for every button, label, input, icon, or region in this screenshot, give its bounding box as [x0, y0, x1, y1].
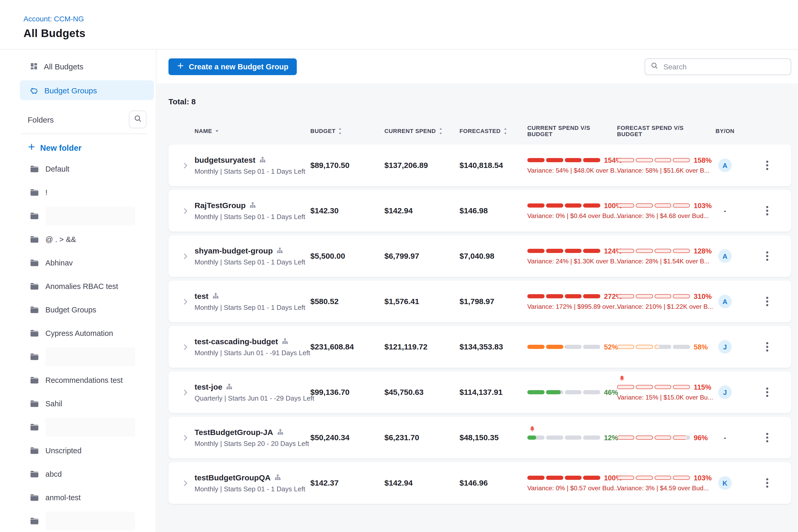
row-expander-chevron[interactable] — [176, 298, 194, 305]
folder-item-sahil[interactable]: Sahil — [0, 392, 156, 415]
variance-text: Variance: 0% | $0.57 over Bud... — [527, 484, 617, 492]
row-kebab-menu-icon[interactable] — [763, 203, 772, 218]
folder-item-budget-groups[interactable]: Budget Groups — [0, 298, 156, 321]
row-expander-chevron[interactable] — [176, 434, 194, 441]
folder-item-redacted[interactable] — [0, 345, 156, 368]
column-header-forecasted[interactable]: FORECASTED — [459, 127, 527, 135]
folder-item-unscripted[interactable]: Unscripted — [0, 439, 156, 462]
budget-period: Monthly | Starts Sep 01 - 1 Days Left — [194, 485, 310, 493]
bar-fill-inner — [527, 249, 600, 253]
bar-segment — [546, 436, 563, 440]
row-expander-chevron[interactable] — [176, 162, 194, 169]
row-kebab-menu-icon[interactable] — [763, 430, 772, 445]
row-kebab-menu-icon[interactable] — [763, 157, 772, 173]
folder-item-abcd[interactable]: abcd — [0, 462, 156, 486]
forecast-spend-percent: 103% — [694, 474, 712, 482]
current-spend-progress-bar — [527, 390, 600, 394]
current-vs-budget-cell: 272%Variance: 172% | $995.89 over... — [527, 292, 617, 310]
current-vs-budget-cell: 124%Variance: 24% | $1.30K over B... — [527, 247, 617, 265]
bar-fill-segment — [527, 249, 545, 253]
row-kebab-menu-icon[interactable] — [763, 248, 772, 264]
folder-item--[interactable]: ! — [0, 180, 156, 204]
sidebar-item-all-budgets[interactable]: All Budgets — [20, 56, 154, 76]
column-header-label: BY/ON — [716, 128, 735, 134]
budget-group-row-budgetsuryatest[interactable]: budgetsuryatestMonthly | Starts Sep 01 -… — [169, 145, 791, 186]
folder-item-anmol-test[interactable]: anmol-test — [0, 486, 156, 509]
bar-fill-segment — [565, 249, 582, 253]
variance-text: Variance: 54% | $48.0K over B... — [527, 167, 617, 174]
account-link[interactable]: Account: CCM-NG — [23, 15, 84, 23]
folder-item-redacted[interactable] — [0, 204, 156, 227]
name-cell: shyam-budget-groupMonthly | Starts Sep 0… — [194, 246, 310, 266]
bar-fill — [527, 345, 565, 349]
budget-group-row-shyam-budget-group[interactable]: shyam-budget-groupMonthly | Starts Sep 0… — [169, 235, 791, 277]
row-expander-chevron[interactable] — [176, 343, 194, 351]
row-expander-chevron[interactable] — [176, 207, 194, 215]
bar-fill-segment — [617, 345, 634, 349]
sidebar-item-label: Budget Groups — [44, 86, 97, 95]
search-icon — [650, 61, 658, 72]
folder-label: abcd — [45, 470, 62, 478]
bar-fill-inner — [527, 158, 600, 162]
create-budget-group-button[interactable]: Create a new Budget Group — [169, 58, 297, 75]
bar-fill-inner — [617, 249, 690, 253]
folder-item-recommendations-test[interactable]: Recommendations test — [0, 368, 156, 392]
hierarchy-icon — [277, 429, 283, 436]
column-header-budget[interactable]: BUDGET — [310, 127, 384, 135]
table-header-row: NAMEBUDGETCURRENT SPENDFORECASTEDCURRENT… — [169, 125, 791, 137]
folder-item-default[interactable]: Default — [0, 157, 156, 180]
forecast-spend-percent: 128% — [694, 247, 712, 255]
name-cell: test-cascading-budgetMonthly | Starts Ju… — [194, 337, 310, 357]
budget-group-row-rajtestgroup[interactable]: RajTestGroupMonthly | Starts Sep 01 - 1 … — [169, 190, 791, 232]
bar-segment — [565, 390, 582, 394]
forecast-spend-progress-bar — [617, 204, 690, 208]
folder-icon — [29, 328, 40, 338]
row-expander-chevron[interactable] — [176, 252, 194, 260]
budget-group-row-test-joe[interactable]: test-joeQuarterly | Starts Jun 01 - -29 … — [169, 372, 791, 413]
budget-group-row-testbudgetgroup-ja[interactable]: TestBudgetGroup-JAMonthly | Starts Sep 2… — [169, 417, 791, 458]
column-header-current-spend[interactable]: CURRENT SPEND — [384, 127, 459, 135]
row-kebab-menu-icon[interactable] — [763, 384, 772, 400]
folder-item--[interactable]: @ . > && — [0, 227, 156, 251]
row-kebab-menu-icon[interactable] — [763, 339, 772, 355]
bar-fill-segment — [546, 345, 563, 349]
new-folder-button[interactable]: New folder — [27, 143, 156, 153]
row-expander-chevron[interactable] — [176, 388, 194, 396]
folder-item-redacted[interactable] — [0, 415, 156, 439]
folder-item-abhinav[interactable]: Abhinav — [0, 251, 156, 274]
current-vs-budget-cell: 12% — [527, 434, 617, 441]
row-expander-chevron[interactable] — [176, 479, 194, 487]
bar-fill-segment — [546, 294, 563, 298]
row-kebab-menu-icon[interactable] — [763, 293, 772, 309]
sidebar-item-budget-groups[interactable]: Budget Groups — [20, 80, 154, 100]
column-header-label: FORECAST SPEND V/S BUDGET — [617, 125, 707, 137]
budget-period: Monthly | Starts Jun 01 - -91 Days Left — [194, 349, 310, 357]
folder-label-redacted — [45, 206, 135, 225]
row-menu-cell — [743, 339, 791, 355]
budget-group-row-testbudgetgroupqa[interactable]: testBudgetGroupQAMonthly | Starts Sep 01… — [169, 462, 791, 504]
bar-fill-segment — [654, 476, 671, 480]
by-on-cell: A — [707, 249, 743, 263]
budget-group-name: TestBudgetGroup-JA — [194, 428, 273, 437]
folder-icon — [29, 234, 40, 244]
bar-fill-segment — [617, 158, 634, 162]
folder-item-cypress-automation[interactable]: Cypress Automation — [0, 321, 156, 345]
bar-fill — [617, 249, 690, 253]
search-input[interactable] — [662, 62, 785, 71]
by-on-cell: - — [707, 207, 743, 215]
column-header-label: CURRENT SPEND V/S BUDGET — [527, 125, 617, 137]
folder-item-anomalies-rbac-test[interactable]: Anomalies RBAC test — [0, 274, 156, 298]
folder-search-button[interactable] — [129, 111, 147, 128]
budget-group-row-test-cascading-budget[interactable]: test-cascading-budgetMonthly | Starts Ju… — [169, 326, 791, 368]
column-header-name[interactable]: NAME — [194, 128, 310, 134]
variance-text: Variance: 15% | $15.0K over Bu... — [617, 394, 707, 401]
folder-icon — [29, 281, 40, 291]
current-spend-progress-bar — [527, 345, 600, 349]
page-title: All Budgets — [23, 27, 798, 40]
bar-segment — [583, 436, 601, 440]
hierarchy-icon — [274, 474, 281, 481]
folder-item-redacted[interactable] — [0, 509, 156, 532]
budget-group-row-test[interactable]: testMonthly | Starts Sep 01 - 1 Days Lef… — [169, 281, 791, 322]
by-on-cell: J — [707, 385, 743, 399]
row-kebab-menu-icon[interactable] — [763, 475, 772, 491]
